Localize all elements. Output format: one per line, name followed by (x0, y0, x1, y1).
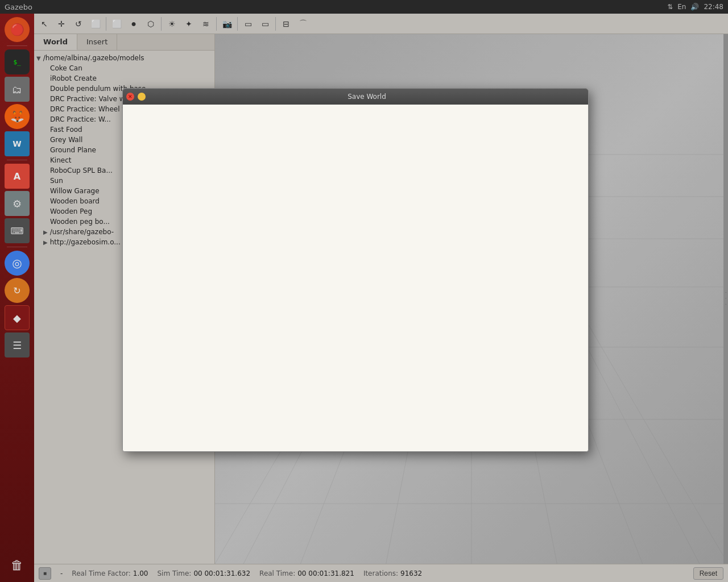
dialog-overlay: ✕ Save World (0, 0, 728, 582)
save-world-dialog: ✕ Save World (122, 88, 589, 452)
dialog-content (123, 105, 588, 451)
dialog-close-button[interactable]: ✕ (126, 93, 134, 101)
close-x-icon: ✕ (128, 94, 133, 99)
dialog-minimize-button[interactable] (138, 93, 146, 101)
dialog-titlebar: ✕ Save World (123, 89, 588, 105)
dialog-title-label: Save World (149, 93, 585, 101)
